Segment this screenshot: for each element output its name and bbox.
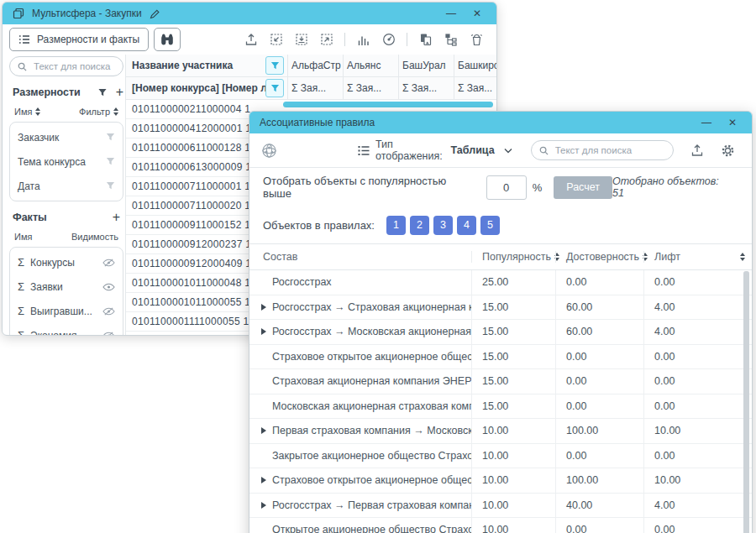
horizontal-scrollbar[interactable] <box>283 102 493 107</box>
dimension-item[interactable]: Дата <box>10 174 123 198</box>
col-name-label[interactable]: Имя <box>14 107 32 117</box>
rule-row[interactable]: Московская акционерная страховая комп...… <box>249 395 752 420</box>
eye-off-icon[interactable] <box>102 259 115 267</box>
export-icon[interactable] <box>244 33 258 47</box>
search-objects-button[interactable] <box>154 28 181 51</box>
graph-icon[interactable] <box>261 143 277 159</box>
participant-measure-cell[interactable]: Σ Зая... <box>287 77 343 99</box>
filter-funnel-icon[interactable] <box>106 181 115 191</box>
expand-arrow-icon[interactable] <box>261 427 266 434</box>
rename-pencil-icon[interactable] <box>150 8 160 19</box>
col-name-label[interactable]: Имя <box>14 232 32 242</box>
add-fact-button[interactable]: + <box>113 211 120 224</box>
rule-row[interactable]: Страховая акционерная компания ЭНЕРГ...1… <box>249 369 752 395</box>
popularity-cell: 15.00 <box>471 395 555 419</box>
rule-row[interactable]: Страховое открытое акционерное общест...… <box>249 468 752 494</box>
rule-row[interactable]: Росгосстрах25.000.000.00 <box>249 270 752 295</box>
rule-name: Открытое акционерное общество Страхов... <box>272 524 471 533</box>
dimension-item[interactable]: Тема конкурса <box>10 149 123 174</box>
participant-measure-cell[interactable]: Σ Зая... <box>454 77 497 99</box>
add-dimension-button[interactable]: + <box>116 86 123 99</box>
participant-column-header[interactable]: Башкирс <box>454 55 497 76</box>
dimension-item[interactable]: Заказчик <box>10 125 123 149</box>
filter-funnel-active-icon[interactable] <box>265 79 284 97</box>
column-header-sostav[interactable]: Состав <box>249 251 471 263</box>
dialog-search-input[interactable] <box>554 144 665 156</box>
sort-arrows-icon[interactable] <box>740 253 745 261</box>
filter-funnel-icon[interactable] <box>106 157 115 166</box>
close-button[interactable]: ✕ <box>468 6 486 21</box>
hierarchy-icon[interactable] <box>444 33 458 47</box>
expand-arrow-icon[interactable] <box>261 477 266 483</box>
dimensions-facts-button[interactable]: Размерности и факты <box>9 28 149 51</box>
rule-row[interactable]: Страховое открытое акционерное общест...… <box>249 345 752 370</box>
rule-size-button[interactable]: 4 <box>457 216 476 235</box>
fact-item[interactable]: ΣКонкурсы <box>10 250 123 274</box>
gauge-icon[interactable] <box>381 33 396 47</box>
calc-button[interactable]: Расчет <box>554 176 612 199</box>
close-button[interactable]: ✕ <box>723 115 742 130</box>
minimize-button[interactable]: — <box>442 6 460 21</box>
copy-sheet-icon[interactable] <box>418 33 433 47</box>
vertical-scrollbar[interactable] <box>743 271 749 533</box>
rule-row[interactable]: Росгосстрах → Первая страховая компания1… <box>249 494 752 519</box>
rule-size-button[interactable]: 3 <box>433 216 453 235</box>
gear-icon[interactable] <box>721 144 735 158</box>
percent-label: % <box>533 181 543 194</box>
lift-cell: 4.00 <box>643 320 752 344</box>
rule-size-button[interactable]: 2 <box>410 216 429 235</box>
view-type-selector[interactable]: Тип отображения: Таблица <box>358 138 512 162</box>
sidebar-search-input[interactable] <box>32 60 115 72</box>
expand-arrow-icon[interactable] <box>261 502 266 509</box>
area-import-icon[interactable] <box>294 33 308 47</box>
popularity-cell: 10.00 <box>471 444 555 468</box>
participant-column-header[interactable]: АльфаСтр <box>287 55 343 76</box>
rule-row[interactable]: Открытое акционерное общество Страхов...… <box>249 518 752 533</box>
lift-cell: 10.00 <box>643 419 752 443</box>
cleanup-icon[interactable] <box>469 33 483 47</box>
participant-column-header[interactable]: БашУрал <box>398 55 454 76</box>
sidebar-search[interactable] <box>9 56 123 76</box>
threshold-input[interactable] <box>486 175 527 200</box>
rule-size-button[interactable]: 5 <box>480 216 500 235</box>
eye-off-icon[interactable] <box>102 332 115 337</box>
area-collapse-icon[interactable] <box>319 33 333 47</box>
scrollbar-thumb[interactable] <box>743 271 749 533</box>
rule-row[interactable]: Росгосстрах → Московская акционерная с..… <box>249 320 752 345</box>
rule-row[interactable]: Росгосстрах → Страховая акционерная ко..… <box>249 295 752 321</box>
sigma-icon: Σ <box>18 305 24 317</box>
rule-row[interactable]: Первая страховая компания → Московска...… <box>249 419 752 444</box>
area-add-icon[interactable] <box>269 33 283 47</box>
association-rules-dialog: Ассоциативные правила — ✕ Тип отображени… <box>249 111 753 533</box>
upload-icon[interactable] <box>690 144 704 158</box>
minimize-button[interactable]: — <box>697 115 716 130</box>
expand-arrow-icon[interactable] <box>261 304 266 311</box>
rule-size-button[interactable]: 1 <box>386 216 406 235</box>
eye-icon[interactable] <box>102 283 115 291</box>
participant-measure-cell[interactable]: Σ Зая... <box>398 77 454 99</box>
expand-arrow-icon[interactable] <box>261 328 266 335</box>
row-header-sub-cell[interactable]: [Номер конкурса] [Номер лота] <box>126 77 287 99</box>
col-visibility-label[interactable]: Видимость <box>71 232 118 242</box>
column-header-confidence[interactable]: Достоверность <box>555 251 643 263</box>
sort-arrows-icon[interactable] <box>113 107 118 116</box>
participant-column-header[interactable]: Альянс <box>343 55 398 76</box>
row-header-title-cell[interactable]: Название участника <box>126 55 287 76</box>
eye-off-icon[interactable] <box>102 307 115 316</box>
col-filter-label[interactable]: Фильтр <box>79 107 110 117</box>
fact-item[interactable]: ΣЭкономия <box>10 323 123 336</box>
fact-item[interactable]: ΣЗаявки <box>10 274 123 299</box>
sort-arrows-icon[interactable] <box>35 107 40 116</box>
filter-funnel-active-icon[interactable] <box>265 56 284 75</box>
histogram-icon[interactable] <box>356 33 370 47</box>
column-header-popularity[interactable]: Популярность <box>471 251 555 263</box>
filter-funnel-icon[interactable] <box>106 133 115 142</box>
rule-row[interactable]: Закрытое акционерное общество Страхов...… <box>249 444 752 469</box>
dimensions-filter-icon[interactable] <box>97 88 108 97</box>
column-header-lift[interactable]: Лифт <box>643 251 752 263</box>
toolbar-separator <box>407 33 407 46</box>
participant-measure-cell[interactable]: Σ Зая... <box>343 77 398 99</box>
fact-item[interactable]: ΣВыигравши... <box>10 299 123 323</box>
dialog-search[interactable] <box>531 140 674 160</box>
popularity-cell: 10.00 <box>471 518 555 533</box>
